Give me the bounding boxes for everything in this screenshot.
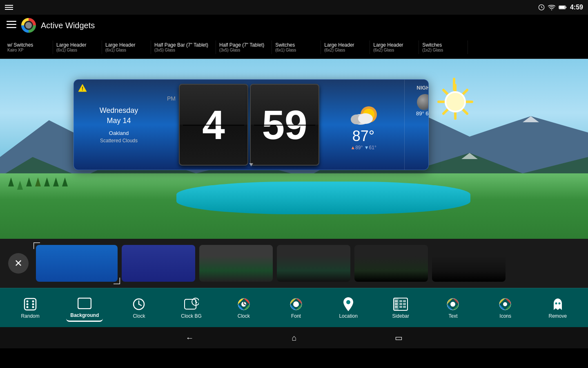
condition: Scattered Clouds — [84, 138, 154, 144]
date: May 14 — [84, 117, 154, 125]
theme-thumb-1[interactable] — [36, 245, 118, 282]
theme-thumb-5[interactable] — [354, 245, 428, 282]
clock2-icon — [237, 298, 250, 311]
clock2-label: Clock — [238, 313, 250, 319]
widget-item[interactable]: Large Header (6x1) Glass — [53, 40, 102, 54]
widget-item[interactable]: Switches (6x1) Glass — [272, 40, 321, 54]
svg-point-79 — [450, 302, 455, 307]
day-of-week: Wednesday — [84, 106, 154, 115]
menu-icon[interactable] — [7, 21, 16, 28]
back-button[interactable]: ← — [177, 330, 202, 346]
hamburger-menu[interactable] — [5, 5, 13, 10]
svg-text:!: ! — [82, 86, 83, 92]
font-label: Font — [291, 313, 301, 319]
svg-rect-19 — [454, 84, 457, 92]
clock-icon — [132, 298, 145, 311]
tool-text[interactable]: Text — [437, 294, 469, 321]
close-icon: ✕ — [14, 258, 22, 269]
corner-tl — [33, 242, 40, 249]
svg-point-65 — [293, 301, 299, 307]
tool-icons[interactable]: Icons — [489, 294, 522, 321]
widget-date-location: Wednesday May 14 Oakland Scattered Cloud… — [74, 80, 164, 170]
svg-rect-74 — [399, 303, 402, 305]
sidebar-label: Sidebar — [392, 313, 409, 319]
svg-rect-52 — [78, 298, 91, 309]
clock-label: Clock — [133, 313, 145, 319]
close-button[interactable]: ✕ — [8, 253, 29, 274]
location-icon — [343, 297, 354, 312]
sun — [437, 83, 474, 120]
icons-label: Icons — [499, 313, 511, 319]
dice-icon — [24, 298, 37, 311]
current-temp: 87° — [352, 128, 374, 145]
minute-digit: 59 — [250, 84, 319, 166]
theme-selected-container[interactable] — [36, 245, 118, 282]
clock-status-icon — [538, 4, 545, 11]
bottom-toolbar: Random Background Clock — [0, 288, 588, 327]
svg-marker-44 — [249, 163, 253, 166]
svg-point-47 — [32, 300, 34, 302]
svg-point-81 — [503, 302, 507, 306]
clock-bg-icon — [184, 298, 199, 311]
tool-background[interactable]: Background — [66, 294, 103, 322]
theme-strip: ✕ — [0, 239, 588, 288]
status-right: 4:59 — [538, 4, 583, 11]
widget-item[interactable]: Large Header (6x2) Glass — [321, 40, 370, 54]
tool-clock[interactable]: Clock — [122, 294, 155, 321]
svg-rect-72 — [399, 300, 402, 302]
theme-thumb-2[interactable] — [122, 245, 195, 282]
remove-icon — [552, 298, 564, 311]
home-button[interactable]: ⌂ — [283, 330, 305, 346]
battery-icon — [559, 5, 567, 10]
current-weather-icon — [345, 99, 382, 128]
widget-item[interactable]: Large Header (6x2) Glass — [370, 40, 419, 54]
tool-location[interactable]: Location — [332, 294, 365, 321]
app-bar: Active Widgets — [0, 15, 588, 36]
theme-thumb-3[interactable] — [199, 245, 273, 282]
recents-button[interactable]: ▭ — [387, 330, 411, 346]
tool-font[interactable]: Font — [280, 294, 312, 321]
svg-rect-73 — [403, 300, 406, 302]
clock-bg-label: Clock BG — [181, 313, 202, 319]
forecast-night: NIGHT 89° 61° — [405, 80, 429, 170]
warning-icon: ! — [78, 84, 87, 92]
svg-point-51 — [32, 303, 34, 305]
theme-thumb-6[interactable] — [432, 245, 506, 282]
tool-clock2[interactable]: Clock — [227, 294, 260, 321]
widget-list[interactable]: w/ Switches Kairo XP Large Header (6x1) … — [0, 36, 588, 59]
status-left — [5, 5, 13, 10]
wallpaper: ! Wednesday May 14 Oakland Scattered Clo… — [0, 59, 588, 239]
background-label: Background — [70, 312, 99, 318]
tool-remove[interactable]: Remove — [541, 294, 574, 321]
city: Oakland — [84, 130, 154, 136]
svg-point-49 — [32, 306, 34, 308]
svg-rect-77 — [403, 306, 406, 308]
svg-point-66 — [346, 300, 350, 304]
svg-point-83 — [558, 302, 560, 304]
font-icon — [290, 298, 303, 311]
svg-point-28 — [446, 93, 464, 111]
widget-item[interactable]: Half Page (7" Tablet) (3x5) Glass — [216, 40, 272, 54]
svg-rect-25 — [437, 101, 445, 103]
widget-item[interactable]: Switches (1x2) Glass — [419, 40, 468, 54]
tool-random[interactable]: Random — [14, 294, 47, 321]
flip-clock: PM 4 59 — [164, 80, 323, 170]
tool-sidebar[interactable]: Sidebar — [384, 294, 417, 321]
widget-item[interactable]: Large Header (6x1) Glass — [102, 40, 151, 54]
location-label: Location — [339, 313, 357, 319]
text-label: Text — [448, 313, 457, 319]
random-label: Random — [21, 313, 39, 319]
hour-digit: 4 — [179, 84, 248, 166]
svg-point-48 — [27, 306, 29, 308]
weather-widget: ! Wednesday May 14 Oakland Scattered Clo… — [74, 79, 429, 170]
moon-icon — [417, 94, 429, 110]
tool-clock-bg[interactable]: Clock BG — [175, 294, 208, 321]
theme-thumb-4[interactable] — [277, 245, 350, 282]
svg-point-3 — [551, 9, 552, 10]
widget-item[interactable]: w/ Switches Kairo XP — [4, 40, 53, 54]
icons-icon — [499, 298, 512, 311]
svg-rect-9 — [7, 27, 16, 28]
selector-indicator — [249, 163, 253, 166]
widget-item[interactable]: Half Page Bar (7" Tablet) (3x5) Glass — [151, 40, 216, 54]
sidebar-icon — [393, 298, 408, 311]
